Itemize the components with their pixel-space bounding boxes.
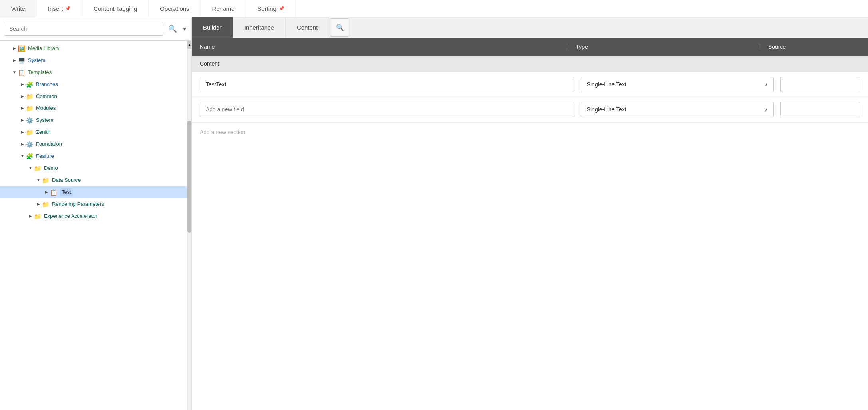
search-dropdown-icon[interactable]: ▼ xyxy=(182,26,187,32)
add-section-row[interactable]: Add a new section xyxy=(192,122,868,142)
tab-inheritance[interactable]: Inheritance xyxy=(233,17,286,38)
expand-icon-system-root[interactable]: ▶ xyxy=(11,57,18,64)
col-source-header: Source xyxy=(760,44,860,50)
feature-icon: 🧩 xyxy=(26,152,34,160)
modules-label: Modules xyxy=(36,105,56,112)
zenith-label: Zenith xyxy=(36,129,50,136)
expand-icon-zenith[interactable]: ▶ xyxy=(19,129,26,135)
menu-insert-label: Insert xyxy=(48,5,63,12)
section-content: Content xyxy=(192,56,868,72)
data-source-icon: 📁 xyxy=(42,176,50,184)
chevron-down-icon-new: ∨ xyxy=(764,107,768,113)
media-library-label: Media Library xyxy=(28,45,60,52)
menu-content-tagging-label: Content Tagging xyxy=(93,5,137,12)
common-label: Common xyxy=(36,93,57,100)
expand-icon-feature[interactable]: ▼ xyxy=(19,153,26,159)
test-label: Test xyxy=(60,188,73,196)
chevron-down-icon-testtext: ∨ xyxy=(764,82,768,88)
field-source-testtext[interactable] xyxy=(780,77,860,92)
tab-inheritance-label: Inheritance xyxy=(244,24,274,31)
expand-icon-media-library[interactable]: ▶ xyxy=(11,45,18,52)
system-child-label: System xyxy=(36,117,53,124)
tree-item-modules[interactable]: ▶ 📁 Modules xyxy=(0,102,187,114)
top-menu-bar: Write Insert 📌 Content Tagging Operation… xyxy=(0,0,868,17)
tree-item-test[interactable]: ▶ 📋 Test xyxy=(0,186,187,198)
expand-icon-modules[interactable]: ▶ xyxy=(19,105,26,111)
menu-rename[interactable]: Rename xyxy=(201,0,246,17)
section-label: Content xyxy=(200,60,219,67)
expand-icon-rendering-parameters[interactable]: ▶ xyxy=(35,201,42,207)
field-name-input-new[interactable] xyxy=(200,102,574,117)
tree-item-experience-accelerator[interactable]: ▶ 📁 Experience Accelerator xyxy=(0,210,187,222)
field-name-input-testtext[interactable] xyxy=(200,77,574,92)
field-row-new: Single-Line Text ∨ xyxy=(192,97,868,122)
menu-sorting-label: Sorting xyxy=(257,5,276,12)
branches-icon: 🧩 xyxy=(26,80,34,88)
add-section-label: Add a new section xyxy=(200,129,245,135)
search-input[interactable] xyxy=(4,22,163,36)
feature-label: Feature xyxy=(36,153,54,160)
search-bar: 🔍 ▼ xyxy=(0,17,191,41)
foundation-icon: ⚙️ xyxy=(26,140,34,148)
system-root-label: System xyxy=(28,57,45,64)
demo-icon: 📁 xyxy=(34,164,42,172)
field-row-testtext: Single-Line Text ∨ xyxy=(192,72,868,97)
tree-item-demo[interactable]: ▼ 📁 Demo xyxy=(0,162,187,174)
tab-content[interactable]: Content xyxy=(286,17,330,38)
menu-operations[interactable]: Operations xyxy=(149,0,201,17)
tree-item-data-source[interactable]: ▼ 📁 Data Source xyxy=(0,174,187,186)
system-root-icon: 🖥️ xyxy=(18,56,26,64)
tab-builder[interactable]: Builder xyxy=(192,17,233,38)
expand-icon-demo[interactable]: ▼ xyxy=(27,165,34,171)
menu-rename-label: Rename xyxy=(212,5,235,12)
field-type-select-testtext[interactable]: Single-Line Text ∨ xyxy=(581,77,774,92)
tab-search-button[interactable]: 🔍 xyxy=(331,18,349,37)
tree-item-system-child[interactable]: ▶ ⚙️ System xyxy=(0,114,187,126)
expand-icon-test[interactable]: ▶ xyxy=(43,189,50,195)
tabs-bar: Builder Inheritance Content 🔍 xyxy=(192,17,868,38)
common-icon: 📁 xyxy=(26,92,34,100)
search-icon[interactable]: 🔍 xyxy=(167,23,179,35)
sorting-pin-icon: 📌 xyxy=(279,6,284,11)
scroll-thumb[interactable] xyxy=(187,121,191,233)
sidebar-scrollbar[interactable]: ▲ xyxy=(187,41,191,410)
tree-item-zenith[interactable]: ▶ 📁 Zenith xyxy=(0,126,187,138)
rendering-parameters-icon: 📁 xyxy=(42,200,50,208)
expand-icon-common[interactable]: ▶ xyxy=(19,93,26,100)
expand-icon-templates[interactable]: ▼ xyxy=(11,69,18,76)
menu-content-tagging[interactable]: Content Tagging xyxy=(82,0,149,17)
expand-icon-data-source[interactable]: ▼ xyxy=(35,177,42,183)
expand-icon-foundation[interactable]: ▶ xyxy=(19,141,26,147)
tab-search-icon: 🔍 xyxy=(336,24,344,31)
tree-item-media-library[interactable]: ▶ 🖼️ Media Library xyxy=(0,42,187,54)
tree-item-foundation[interactable]: ▶ ⚙️ Foundation xyxy=(0,138,187,150)
tab-content-label: Content xyxy=(297,24,318,31)
tree-item-templates[interactable]: ▼ 📋 Templates xyxy=(0,66,187,78)
tree-item-system-root[interactable]: ▶ 🖥️ System xyxy=(0,54,187,66)
col-name-header: Name xyxy=(200,44,568,50)
expand-icon-system-child[interactable]: ▶ xyxy=(19,117,26,123)
menu-insert[interactable]: Insert 📌 xyxy=(37,0,83,17)
test-icon: 📋 xyxy=(50,188,58,196)
tree-item-common[interactable]: ▶ 📁 Common xyxy=(0,90,187,102)
experience-accelerator-icon: 📁 xyxy=(34,212,42,220)
expand-icon-experience-accelerator[interactable]: ▶ xyxy=(27,213,34,219)
menu-sorting[interactable]: Sorting 📌 xyxy=(246,0,296,17)
system-child-icon: ⚙️ xyxy=(26,116,34,124)
tree-container: ▶ 🖼️ Media Library ▶ 🖥️ System ▼ 📋 Templ… xyxy=(0,41,187,410)
tree-item-rendering-parameters[interactable]: ▶ 📁 Rendering Parameters xyxy=(0,198,187,210)
menu-write[interactable]: Write xyxy=(0,0,37,17)
field-type-select-new[interactable]: Single-Line Text ∨ xyxy=(581,102,774,117)
expand-icon-branches[interactable]: ▶ xyxy=(19,81,26,88)
tree-item-branches[interactable]: ▶ 🧩 Branches xyxy=(0,78,187,90)
field-source-new[interactable] xyxy=(780,102,860,117)
field-type-value-new: Single-Line Text xyxy=(587,106,626,113)
menu-write-label: Write xyxy=(11,5,25,12)
modules-icon: 📁 xyxy=(26,104,34,112)
scroll-up-icon[interactable]: ▲ xyxy=(187,41,191,49)
media-library-icon: 🖼️ xyxy=(18,44,26,52)
tree-item-feature[interactable]: ▼ 🧩 Feature xyxy=(0,150,187,162)
table-header: Name Type Source xyxy=(192,38,868,56)
branches-label: Branches xyxy=(36,81,58,88)
templates-icon: 📋 xyxy=(18,68,26,76)
